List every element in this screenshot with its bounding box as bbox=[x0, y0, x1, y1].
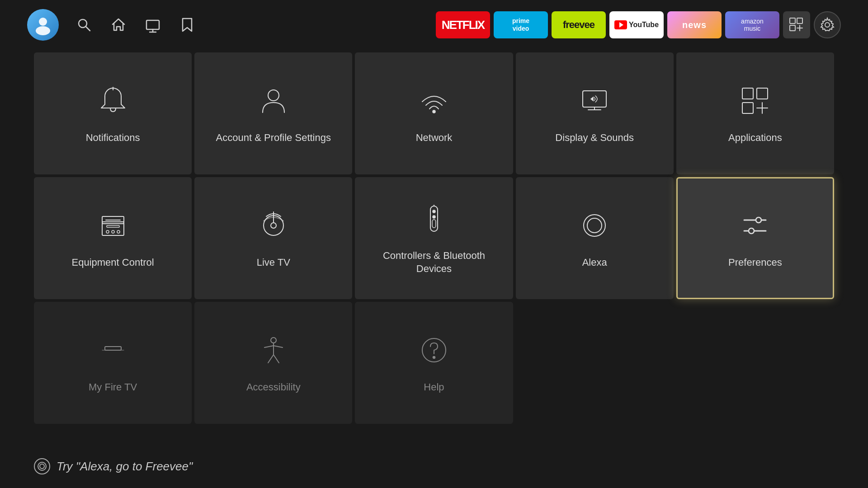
freevee-app[interactable]: freevee bbox=[552, 11, 606, 38]
bookmark-icon[interactable] bbox=[178, 16, 196, 34]
bottom-bar: Try "Alexa, go to Freevee" bbox=[34, 458, 193, 474]
equipment-control-label: Equipment Control bbox=[71, 256, 154, 269]
preferences-icon bbox=[737, 207, 773, 244]
account-icon bbox=[255, 83, 292, 119]
svg-point-33 bbox=[271, 223, 276, 228]
svg-point-44 bbox=[756, 217, 761, 223]
app-logos: NETFLIX primevideo freevee YouTube news … bbox=[436, 11, 841, 38]
preferences-tile[interactable]: Preferences bbox=[676, 177, 834, 299]
netflix-label: NETFLIX bbox=[442, 18, 484, 32]
display-sounds-icon bbox=[576, 83, 613, 119]
svg-point-14 bbox=[268, 90, 279, 101]
help-tile[interactable]: Help bbox=[355, 302, 513, 424]
svg-rect-7 bbox=[790, 18, 795, 23]
my-fire-tv-label: My Fire TV bbox=[89, 381, 137, 394]
alexa-tile[interactable]: Alexa bbox=[516, 177, 674, 299]
tv-icon[interactable] bbox=[144, 16, 162, 34]
applications-icon bbox=[737, 83, 773, 119]
accessibility-tile[interactable]: Accessibility bbox=[194, 302, 352, 424]
controllers-bluetooth-tile[interactable]: Controllers & Bluetooth Devices bbox=[355, 177, 513, 299]
svg-point-1 bbox=[36, 26, 50, 35]
svg-point-41 bbox=[587, 218, 602, 233]
settings-button[interactable] bbox=[814, 11, 841, 38]
more-apps-button[interactable] bbox=[783, 11, 810, 38]
nav-left bbox=[27, 9, 196, 41]
music-label: amazonmusic bbox=[741, 18, 764, 32]
equipment-control-icon bbox=[95, 207, 131, 244]
account-profile-label: Account & Profile Settings bbox=[216, 131, 331, 145]
alexa-label: Alexa bbox=[582, 256, 607, 269]
svg-point-28 bbox=[106, 230, 109, 233]
svg-point-15 bbox=[433, 110, 435, 113]
svg-rect-4 bbox=[146, 20, 159, 29]
freevee-label: freevee bbox=[563, 19, 594, 31]
news-app[interactable]: news bbox=[667, 11, 722, 38]
svg-rect-38 bbox=[432, 220, 436, 228]
controllers-bluetooth-label: Controllers & Bluetooth Devices bbox=[364, 249, 504, 275]
svg-rect-20 bbox=[757, 88, 768, 99]
svg-point-36 bbox=[433, 210, 435, 213]
notifications-label: Notifications bbox=[86, 131, 140, 145]
alexa-prompt-icon bbox=[34, 458, 50, 474]
svg-rect-19 bbox=[742, 88, 753, 99]
svg-rect-8 bbox=[790, 25, 795, 31]
svg-point-45 bbox=[749, 228, 754, 234]
network-icon bbox=[416, 83, 452, 119]
svg-point-30 bbox=[117, 230, 120, 233]
account-profile-tile[interactable]: Account & Profile Settings bbox=[194, 52, 352, 174]
search-icon[interactable] bbox=[75, 16, 93, 34]
alexa-prompt-text: Try "Alexa, go to Freevee" bbox=[57, 460, 193, 474]
svg-rect-27 bbox=[107, 225, 119, 227]
svg-rect-9 bbox=[797, 18, 802, 23]
svg-rect-16 bbox=[583, 91, 606, 107]
svg-point-0 bbox=[39, 18, 47, 26]
svg-point-53 bbox=[40, 464, 44, 469]
preferences-label: Preferences bbox=[728, 256, 782, 269]
svg-point-12 bbox=[825, 23, 830, 27]
applications-tile[interactable]: Applications bbox=[676, 52, 834, 174]
notifications-icon bbox=[95, 83, 131, 119]
settings-grid: Notifications Account & Profile Settings… bbox=[0, 50, 868, 427]
help-label: Help bbox=[424, 381, 444, 394]
notifications-tile[interactable]: Notifications bbox=[34, 52, 192, 174]
youtube-app[interactable]: YouTube bbox=[609, 11, 664, 38]
controllers-bluetooth-icon bbox=[416, 201, 452, 237]
help-icon bbox=[416, 332, 452, 368]
live-tv-tile[interactable]: Live TV bbox=[194, 177, 352, 299]
svg-line-3 bbox=[86, 27, 90, 31]
network-tile[interactable]: Network bbox=[355, 52, 513, 174]
svg-rect-46 bbox=[105, 347, 121, 350]
my-fire-tv-icon bbox=[95, 332, 131, 368]
svg-rect-21 bbox=[742, 103, 753, 113]
prime-label: primevideo bbox=[512, 17, 529, 33]
svg-point-48 bbox=[271, 338, 276, 343]
equipment-control-tile[interactable]: Equipment Control bbox=[34, 177, 192, 299]
svg-point-29 bbox=[112, 230, 114, 233]
alexa-icon bbox=[576, 207, 613, 244]
top-navigation: NETFLIX primevideo freevee YouTube news … bbox=[0, 0, 868, 50]
live-tv-label: Live TV bbox=[257, 256, 290, 269]
news-label: news bbox=[682, 20, 707, 30]
amazon-music-app[interactable]: amazonmusic bbox=[725, 11, 779, 38]
display-sounds-label: Display & Sounds bbox=[555, 131, 634, 145]
accessibility-label: Accessibility bbox=[246, 381, 301, 394]
prime-video-app[interactable]: primevideo bbox=[494, 11, 548, 38]
svg-point-51 bbox=[433, 356, 435, 358]
my-fire-tv-tile[interactable]: My Fire TV bbox=[34, 302, 192, 424]
netflix-app[interactable]: NETFLIX bbox=[436, 11, 490, 38]
avatar[interactable] bbox=[27, 9, 59, 41]
accessibility-icon bbox=[255, 332, 292, 368]
youtube-label: YouTube bbox=[614, 20, 659, 29]
live-tv-icon bbox=[255, 207, 292, 244]
home-icon[interactable] bbox=[109, 16, 127, 34]
network-label: Network bbox=[416, 131, 453, 145]
applications-label: Applications bbox=[728, 131, 782, 145]
display-sounds-tile[interactable]: Display & Sounds bbox=[516, 52, 674, 174]
svg-point-37 bbox=[433, 216, 435, 218]
